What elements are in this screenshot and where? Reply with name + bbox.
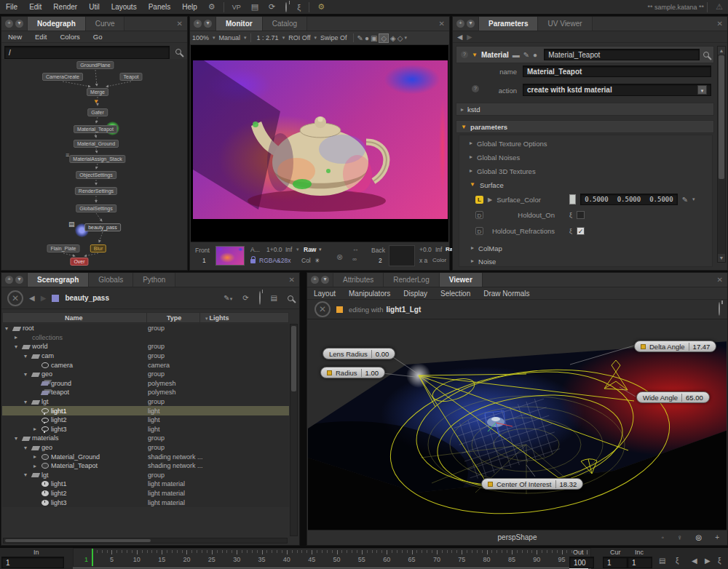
- step-back-icon[interactable]: ◀: [692, 557, 697, 565]
- in-field[interactable]: 1: [1, 557, 64, 568]
- viewer-tab-viewer[interactable]: Viewer: [440, 273, 483, 287]
- scrollbar[interactable]: ▲ ▼: [717, 46, 726, 263]
- close-icon[interactable]: ✕: [285, 273, 299, 287]
- hud-radius[interactable]: Radius1.00: [320, 367, 385, 378]
- front-colorspace[interactable]: Col: [301, 257, 311, 264]
- search-icon[interactable]: [175, 49, 181, 55]
- default-badge[interactable]: D: [475, 227, 483, 235]
- group-global-3d-textures[interactable]: ▸Global 3D Textures: [470, 167, 536, 175]
- group-surface[interactable]: ▼Surface: [470, 181, 504, 189]
- parameters-group[interactable]: ▼ parameters: [456, 120, 714, 133]
- node-materialassign-stack[interactable]: MaterialAssign_Stack: [69, 155, 125, 163]
- keyframe-icon[interactable]: ξ: [292, 3, 306, 12]
- node-teapot[interactable]: Teapot: [119, 73, 142, 81]
- pane-menu-icon[interactable]: ▾: [15, 20, 23, 28]
- keyframe-icon[interactable]: ξ: [569, 228, 572, 235]
- front-raw-dropdown[interactable]: Raw: [304, 246, 316, 253]
- scenegraph-tab-globals[interactable]: Globals: [89, 273, 133, 287]
- frame-ruler[interactable]: 5101520253035404550556065707580859095100…: [73, 548, 591, 567]
- scenegraph-row-root[interactable]: ▾rootgroup: [2, 324, 289, 333]
- search-icon[interactable]: [703, 52, 709, 57]
- expander-icon[interactable]: ▾: [15, 343, 20, 350]
- column-lights[interactable]: ▾ Lights: [205, 314, 229, 322]
- group-global-noises[interactable]: ▸Global Noises: [470, 154, 520, 162]
- back-inf-dropdown[interactable]: Inf: [435, 246, 442, 253]
- monitor-tab-monitor[interactable]: Monitor: [216, 17, 263, 31]
- swap-icon[interactable]: ↔: [352, 245, 359, 252]
- viewer-menu-draw-normals[interactable]: Draw Normals: [477, 290, 536, 298]
- local-badge[interactable]: L: [475, 196, 483, 204]
- light-icon[interactable]: ♀: [677, 533, 683, 541]
- node-flain-plate[interactable]: Flain_Plate: [47, 244, 79, 252]
- expander-icon[interactable]: ▸: [33, 426, 39, 432]
- copy-icon[interactable]: ▤: [659, 557, 665, 565]
- next-key-icon[interactable]: ξ: [718, 557, 721, 565]
- step-forward-icon[interactable]: ▶: [705, 557, 711, 565]
- scenegraph-row-light2[interactable]: light2light: [2, 415, 289, 425]
- scenegraph-row-materials[interactable]: ▾materialsgroup: [2, 434, 289, 443]
- back-channel-dropdown[interactable]: x a: [419, 257, 427, 264]
- pen-icon[interactable]: ✎: [682, 196, 688, 204]
- close-icon[interactable]: ✕: [173, 17, 187, 31]
- forward-icon[interactable]: ▶: [41, 294, 47, 302]
- chevron-down-icon[interactable]: ▾: [692, 196, 695, 202]
- crosshair-icon[interactable]: ◇: [397, 34, 403, 42]
- comment-icon[interactable]: ●: [365, 34, 369, 42]
- vp-button[interactable]: VP: [227, 4, 246, 11]
- menubar-item-help[interactable]: Help: [176, 3, 203, 11]
- close-icon[interactable]: ✕: [435, 17, 449, 31]
- scenegraph-row-light2[interactable]: light2light material: [2, 489, 289, 498]
- node-beauty-pass[interactable]: beauty_pass: [84, 223, 121, 231]
- collapse-icon[interactable]: ▼: [472, 52, 478, 58]
- node-over[interactable]: Over: [70, 258, 88, 266]
- pane-menu-icon[interactable]: ▾: [15, 276, 23, 284]
- kstd-group[interactable]: ▸ kstd: [456, 103, 714, 116]
- flag-icon[interactable]: ▬: [513, 51, 520, 59]
- scenegraph-tab-scenegraph[interactable]: Scenegraph: [28, 273, 89, 287]
- expander-icon[interactable]: ▸: [33, 463, 39, 469]
- node-groundplane[interactable]: GroundPlane: [76, 61, 114, 69]
- help-icon[interactable]: ?: [461, 51, 468, 58]
- scenegraph-row-light1[interactable]: light1light: [2, 406, 289, 415]
- node-search-input[interactable]: /: [4, 46, 170, 59]
- chevron-down-icon[interactable]: ▾: [405, 35, 408, 41]
- column-type[interactable]: Type: [167, 314, 181, 322]
- power-icon[interactable]: [259, 292, 261, 305]
- scenegraph-row-light3[interactable]: ▸light3light: [2, 425, 289, 434]
- clear-selection-icon[interactable]: ✕: [7, 290, 23, 306]
- color-r-value[interactable]: 0.5000: [585, 196, 609, 203]
- aperture-icon[interactable]: ◎: [695, 533, 702, 541]
- clear-front-icon[interactable]: ⊗: [336, 252, 343, 262]
- pane-menu-icon[interactable]: ▾: [467, 20, 475, 28]
- roi-dropdown[interactable]: ROI Off: [286, 34, 312, 41]
- hud-center-of-interest[interactable]: Center Of Interest18.32: [481, 478, 583, 490]
- back-colorspace[interactable]: Color: [432, 257, 446, 263]
- zoom-dropdown[interactable]: 100%: [190, 34, 211, 41]
- scenegraph-row-material-ground[interactable]: ▸Material_Groundshading network ...: [2, 452, 289, 461]
- scroll-thumb[interactable]: [5, 539, 151, 542]
- viewer-viewport[interactable]: Lens Radius0.00Radius1.00Delta Angle17.4…: [308, 319, 727, 530]
- node-objectsettings[interactable]: ObjectSettings: [76, 171, 116, 179]
- node-cameracreate[interactable]: CameraCreate: [42, 73, 83, 81]
- playhead[interactable]: [92, 549, 93, 566]
- scenegraph-tab-python[interactable]: Python: [133, 273, 175, 287]
- hud-lens-radius[interactable]: Lens Radius0.00: [323, 348, 395, 359]
- nodegraph-menu-go[interactable]: Go: [87, 33, 109, 41]
- node-blur[interactable]: Blur: [90, 244, 106, 252]
- node-merge[interactable]: Merge: [87, 88, 108, 96]
- expander-icon[interactable]: ▾: [24, 471, 30, 478]
- pane-add-icon[interactable]: +: [5, 20, 13, 28]
- close-icon[interactable]: ✕: [713, 273, 727, 287]
- front-thumbnail[interactable]: [215, 246, 245, 266]
- group-noise[interactable]: ▸Noise: [471, 258, 496, 266]
- warning-icon[interactable]: ⚠: [711, 2, 728, 12]
- front-inf-dropdown[interactable]: Inf: [285, 246, 292, 253]
- back-icon[interactable]: ◀: [29, 294, 35, 302]
- inc-field[interactable]: 1: [628, 557, 652, 568]
- scenegraph-row-teapot[interactable]: teapotpolymesh: [2, 388, 289, 397]
- search-icon[interactable]: [288, 295, 293, 301]
- node-rendersettings[interactable]: RenderSettings: [75, 187, 117, 195]
- scroll-down-icon[interactable]: ▼: [718, 254, 725, 262]
- node-material-ground[interactable]: Material_Ground: [74, 140, 119, 148]
- nodegraph-tab-nodegraph[interactable]: Nodegraph: [28, 17, 86, 31]
